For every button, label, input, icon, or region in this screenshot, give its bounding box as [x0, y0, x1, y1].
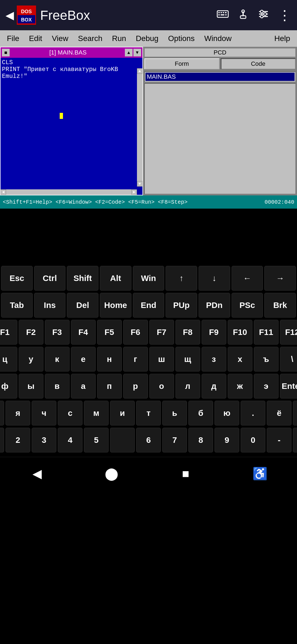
key-f6[interactable]: F6 [123, 320, 148, 345]
menu-help[interactable]: Help [270, 33, 294, 44]
pcd-code-button[interactable]: Code [221, 58, 296, 69]
menu-view[interactable]: View [48, 33, 72, 44]
key-yo[interactable]: ё [267, 401, 292, 425]
key-u[interactable]: у [19, 347, 43, 372]
key-backslash[interactable]: \ [280, 347, 297, 372]
nav-stop-button[interactable]: ■ [175, 463, 197, 485]
key-4[interactable]: 4 [58, 428, 82, 452]
key-z[interactable]: з [202, 347, 226, 372]
editor-system-menu[interactable]: ■ [2, 49, 10, 56]
file-list-item[interactable]: MAIN.BAS [145, 73, 295, 81]
key-tvz[interactable]: ъ [254, 347, 279, 372]
key-pup[interactable]: PUp [166, 293, 197, 318]
key-up[interactable]: ↑ [166, 266, 197, 291]
more-icon[interactable]: ⋮ [278, 7, 292, 23]
key-b[interactable]: б [188, 401, 213, 425]
pcd-form-button[interactable]: Form [144, 58, 219, 69]
key-ctrl[interactable]: Ctrl [34, 266, 66, 291]
key-equals[interactable]: = [293, 428, 297, 452]
key-del[interactable]: Del [67, 293, 98, 318]
key-p[interactable]: п [97, 374, 122, 399]
joystick-icon[interactable] [237, 8, 249, 23]
key-ch[interactable]: ч [32, 401, 56, 425]
key-f2[interactable]: F2 [19, 320, 43, 345]
menu-run[interactable]: Run [108, 33, 130, 44]
scroll-left-arrow[interactable]: ◄ [1, 189, 6, 195]
scroll-up-arrow[interactable]: ▲ [137, 68, 142, 74]
key-7[interactable]: 7 [162, 428, 187, 452]
key-d[interactable]: д [202, 374, 226, 399]
menu-file[interactable]: File [3, 33, 23, 44]
key-5[interactable]: 5 [84, 428, 109, 452]
key-enter[interactable]: Enter [280, 374, 297, 399]
key-shch[interactable]: щ [175, 347, 200, 372]
nav-home-button[interactable]: ⬤ [100, 463, 122, 485]
key-win[interactable]: Win [133, 266, 164, 291]
key-home[interactable]: Home [100, 293, 131, 318]
key-o[interactable]: о [149, 374, 174, 399]
key-tab[interactable]: Tab [1, 293, 33, 318]
key-f10[interactable]: F10 [228, 320, 252, 345]
key-sh[interactable]: ш [149, 347, 174, 372]
key-yi[interactable]: ы [19, 374, 43, 399]
key-e[interactable]: э [254, 374, 279, 399]
key-end[interactable]: End [133, 293, 164, 318]
key-s[interactable]: с [58, 401, 82, 425]
key-alt[interactable]: Alt [100, 266, 131, 291]
vertical-scrollbar[interactable]: ▲ ▼ [137, 68, 142, 187]
file-list[interactable]: MAIN.BAS [144, 72, 296, 82]
key-8[interactable]: 8 [188, 428, 213, 452]
key-i[interactable]: и [110, 401, 135, 425]
key-ya[interactable]: я [6, 401, 30, 425]
key-n[interactable]: н [97, 347, 122, 372]
back-button[interactable]: ◀ [6, 9, 14, 21]
key-left[interactable]: ← [232, 266, 263, 291]
key-f4[interactable]: F4 [71, 320, 96, 345]
key-kh[interactable]: х [228, 347, 252, 372]
key-zh[interactable]: ж [228, 374, 252, 399]
key-t[interactable]: т [136, 401, 161, 425]
key-9[interactable]: 9 [215, 428, 239, 452]
editor-body[interactable]: CLS PRINT "Привет с клавиатуры BroKB Emu… [1, 58, 142, 195]
key-period[interactable]: . [241, 401, 265, 425]
key-6[interactable]: 6 [136, 428, 161, 452]
horizontal-scrollbar[interactable]: ◄ ► [1, 189, 137, 195]
key-f[interactable]: ф [0, 374, 17, 399]
key-1[interactable]: 1 [0, 428, 4, 452]
settings-icon[interactable] [257, 8, 270, 23]
key-2[interactable]: 2 [6, 428, 30, 452]
key-f3[interactable]: F3 [45, 320, 70, 345]
key-f9[interactable]: F9 [202, 320, 226, 345]
key-3[interactable]: 3 [32, 428, 56, 452]
menu-search[interactable]: Search [74, 33, 107, 44]
key-f7[interactable]: F7 [149, 320, 174, 345]
scroll-down-arrow[interactable]: ▼ [137, 181, 142, 187]
key-minus[interactable]: - [267, 428, 292, 452]
nav-accessibility-button[interactable]: ♿ [249, 463, 271, 485]
key-f5[interactable]: F5 [97, 320, 122, 345]
scroll-right-arrow[interactable]: ► [131, 189, 137, 195]
nav-back-button[interactable]: ◀ [26, 463, 48, 485]
key-yu[interactable]: ю [215, 401, 239, 425]
key-ins[interactable]: Ins [34, 293, 66, 318]
key-g[interactable]: г [123, 347, 148, 372]
key-f1[interactable]: F1 [0, 320, 17, 345]
key-l[interactable]: л [175, 374, 200, 399]
editor-scroll-up-btn[interactable]: ▲ [125, 49, 133, 56]
key-shift[interactable]: Shift [67, 266, 98, 291]
key-a[interactable]: а [71, 374, 96, 399]
keyboard-icon[interactable] [217, 8, 229, 23]
key-k[interactable]: к [45, 347, 70, 372]
key-space[interactable] [110, 428, 135, 452]
key-pdn[interactable]: PDn [199, 293, 230, 318]
key-f11[interactable]: F11 [254, 320, 279, 345]
key-esc[interactable]: Esc [1, 266, 33, 291]
key-mz[interactable]: ь [162, 401, 187, 425]
editor-maximize-btn[interactable]: ▼ [133, 49, 141, 56]
menu-edit[interactable]: Edit [25, 33, 46, 44]
key-down[interactable]: ↓ [199, 266, 230, 291]
menu-debug[interactable]: Debug [132, 33, 163, 44]
key-v[interactable]: в [45, 374, 70, 399]
key-ye[interactable]: е [71, 347, 96, 372]
menu-window[interactable]: Window [200, 33, 236, 44]
